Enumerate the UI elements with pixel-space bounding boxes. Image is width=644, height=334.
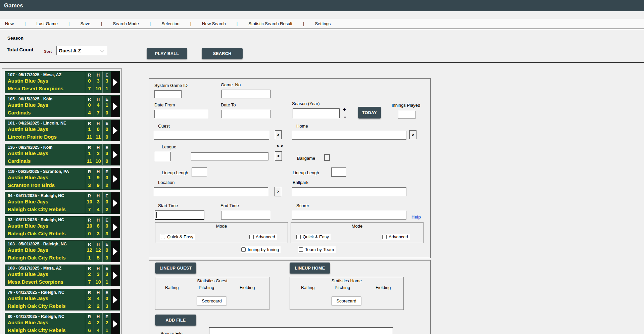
today-button[interactable]: TODAY [358,107,381,118]
scorecard-home-button[interactable]: Scorecard [331,296,361,305]
home-e: 3 [103,231,111,237]
score-column-errors: E 0 3 [102,241,111,262]
lineup-lengh-guest-input[interactable] [192,168,207,177]
date-to-input[interactable] [221,110,270,118]
open-game-button[interactable] [111,192,119,213]
open-game-button[interactable] [111,217,119,238]
game-card[interactable]: 80 - 04/12/2025 - Raleigh, NC Austin Blu… [5,313,120,334]
system-game-id-input[interactable] [154,90,182,98]
game-card-info: 136 - 08/24/2025 - Köln Austin Blue Jays… [5,144,85,165]
menu-item-search-mode[interactable]: Search Mode [113,21,139,26]
game-card-header: 94 - 05/11/2025 - Raleigh, NC [8,193,85,199]
game-card[interactable]: 79 - 04/12/2025 - Raleigh, NC Austin Blu… [5,289,120,311]
league-expand-button[interactable]: > [275,151,282,161]
score-column-errors: E 3 1 [102,71,111,93]
game-card[interactable]: 103 - 05/01/2025 - Raleigh, NC Austin Bl… [5,240,120,262]
season-year-input[interactable] [293,108,340,118]
date-from-input[interactable] [154,110,208,118]
game-card[interactable]: 94 - 05/11/2025 - Raleigh, NC Austin Blu… [5,192,120,214]
play-ball-button[interactable]: PLAY BALL [147,48,187,59]
end-time-input[interactable] [221,211,270,220]
fielding-home-link[interactable]: Fielding [376,285,391,290]
game-card[interactable]: 101 - 04/26/2025 - Lincoln, NE Austin Bl… [5,120,120,141]
quick-easy-guest-label: Quick & Easy [167,234,193,240]
game-card-header: 107 - 05/17/2025 - Mesa, AZ [8,73,85,78]
game-card-header: 119 - 06/25/2025 - Scranton, PA [8,169,85,175]
ballpark-input[interactable] [292,187,406,196]
game-card[interactable]: 93 - 05/11/2025 - Raleigh, NC Austin Blu… [5,216,120,238]
lineup-guest-button[interactable]: LINEUP GUEST [155,263,196,274]
pitching-guest-link[interactable]: Pitching [199,285,214,290]
team-by-team-checkbox[interactable]: Team-by-Team [298,246,336,253]
add-file-button[interactable]: ADD FILE [155,315,196,326]
game-no-input[interactable] [221,90,270,98]
open-game-button[interactable] [111,168,119,189]
guest-expand-button[interactable]: > [275,130,282,139]
innings-played-input[interactable] [398,111,415,119]
game-card[interactable]: 105 - 06/15/2025 - Köln Austin Blue Jays… [5,95,120,117]
menu-item-save[interactable]: Save [80,21,90,26]
game-card-info: 108 - 05/17/2025 - Mesa, AZ Austin Blue … [5,265,85,286]
source-file-input[interactable] [209,327,393,334]
location-input[interactable] [154,187,268,196]
home-input[interactable] [292,131,406,140]
search-button[interactable]: SEARCH [202,48,243,59]
batting-guest-link[interactable]: Batting [165,285,179,290]
lineup-lengh-home-input[interactable] [331,168,346,177]
batting-home-link[interactable]: Batting [301,285,314,290]
fielding-guest-link[interactable]: Fielding [240,285,255,290]
play-arrow-icon [113,127,117,134]
col-h-header: H [94,193,102,199]
game-card[interactable]: 119 - 06/25/2025 - Scranton, PA Austin B… [5,168,120,190]
menu-item-last-game[interactable]: Last Game [36,21,58,26]
advanced-guest-checkbox[interactable]: Advanced [249,234,277,240]
open-game-button[interactable] [111,265,119,286]
location-expand-button[interactable]: > [275,187,281,196]
guest-team-name: Austin Blue Jays [8,271,85,278]
pitching-home-link[interactable]: Pitching [335,285,350,290]
game-card[interactable]: 136 - 08/24/2025 - Köln Austin Blue Jays… [5,144,120,165]
game-card[interactable]: 107 - 05/17/2025 - Mesa, AZ Austin Blue … [5,71,120,93]
scorer-input[interactable] [292,211,406,220]
score-column-errors: E 0 2 [102,192,111,213]
ballgame-checkbox[interactable] [324,154,330,161]
guest-input[interactable] [154,131,269,140]
guest-e: 1 [103,102,111,109]
help-link[interactable]: Help [411,214,421,220]
open-game-button[interactable] [111,313,119,334]
col-h-header: H [94,97,102,102]
league-name-input[interactable] [191,152,268,160]
quick-easy-home-checkbox[interactable]: Quick & Easy [296,234,331,240]
home-expand-button[interactable]: > [409,130,416,139]
guest-r: 0 [85,102,94,109]
menu-item-selection[interactable]: Selection [161,21,179,26]
league-label: League [162,144,176,149]
open-game-button[interactable] [111,120,119,141]
score-column-runs: R 4 6 [85,313,94,334]
open-game-button[interactable] [111,289,119,310]
col-h-header: H [94,314,102,320]
mode-guest-title: Mode [155,223,288,229]
game-card[interactable]: 108 - 05/17/2025 - Mesa, AZ Austin Blue … [5,265,120,286]
menu-item-settings[interactable]: Settings [315,21,331,26]
open-game-button[interactable] [111,71,119,93]
menu-item-new-search[interactable]: New Search [202,21,226,26]
quick-easy-guest-checkbox[interactable]: Quick & Easy [160,234,195,240]
start-time-input[interactable] [155,210,204,220]
advanced-home-checkbox[interactable]: Advanced [382,234,410,240]
league-code-input[interactable] [155,152,171,161]
open-game-button[interactable] [111,96,119,117]
col-h-header: H [94,290,102,295]
season-minus-button[interactable]: - [344,113,346,121]
sort-dropdown[interactable]: Guest A-Z [56,46,107,55]
menu-item-new[interactable]: New [5,21,14,26]
season-plus-button[interactable]: + [343,106,346,112]
inning-by-inning-checkbox[interactable]: Inning-by-Inning [241,246,281,253]
lineup-home-button[interactable]: LINEUP HOME [290,263,330,274]
score-column-runs: R 2 7 [85,265,94,286]
scorecard-guest-button[interactable]: Scorecard [197,296,227,305]
open-game-button[interactable] [111,144,119,165]
menu-item-statistic-search-result[interactable]: Statistic Search Result [248,21,292,26]
lineup-lengh-guest-label: Lineup Lengh [162,170,188,175]
open-game-button[interactable] [111,241,119,262]
